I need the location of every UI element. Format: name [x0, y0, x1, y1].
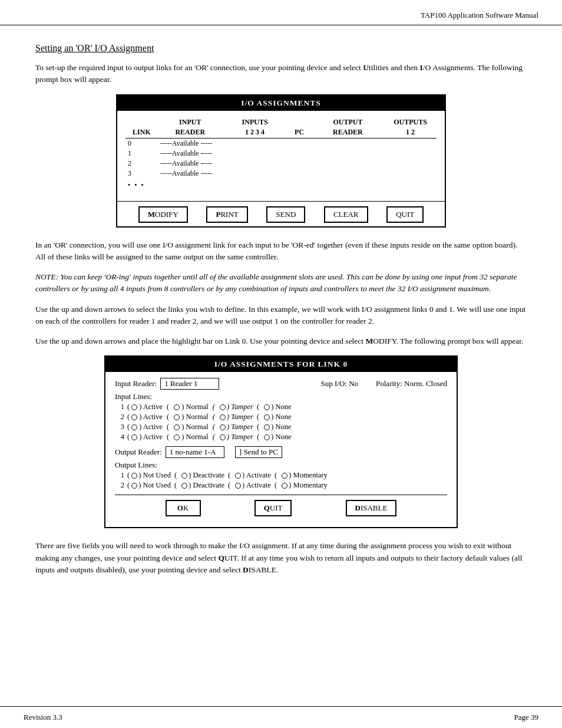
- quit-button[interactable]: QUIT: [386, 206, 424, 223]
- page-container: TAP100 Application Software Manual Setti…: [0, 0, 562, 728]
- radio-4-tamper[interactable]: [220, 434, 226, 440]
- sup-io-label: Sup I/O: No: [320, 379, 358, 388]
- radio-out2-activate[interactable]: [235, 483, 241, 489]
- input-lines-label: Input Lines:: [115, 392, 447, 401]
- input-line-1: 1 ( ) Active ( ) Normal ( ) Tamper ( ) N…: [115, 403, 447, 411]
- dialog2-quit-button[interactable]: QUIT: [254, 500, 292, 516]
- th-link-empty: [125, 117, 158, 127]
- print-button[interactable]: PRINT: [206, 206, 247, 223]
- row1-link: 1: [125, 149, 158, 159]
- radio-3-tamper[interactable]: [220, 424, 226, 430]
- radio-4-normal[interactable]: [174, 434, 180, 440]
- th-inputs: INPUTS: [223, 117, 287, 127]
- section-title: Setting an 'OR' I/O Assignment: [35, 43, 527, 54]
- radio-3-normal[interactable]: [174, 424, 180, 430]
- radio-2-tamper[interactable]: [220, 414, 226, 420]
- row2-available: -----Available -----: [158, 159, 437, 169]
- radio-2-normal[interactable]: [174, 414, 180, 420]
- th-outputs-nums: 1 2: [384, 127, 437, 139]
- page-footer: Revision 3.3 Page 39: [0, 706, 562, 728]
- dialog2-content: Input Reader: 1 Reader 1 Sup I/O: No Pol…: [105, 372, 457, 527]
- radio-1-tamper[interactable]: [220, 404, 226, 410]
- th-input: INPUT: [158, 117, 223, 127]
- dialog2-buttons: OK QUIT DISABLE: [115, 495, 447, 519]
- dialog1-buttons: MODIFY PRINT SEND CLEAR QUIT: [117, 201, 445, 226]
- table-row: 0 -----Available -----: [125, 138, 437, 149]
- table-header-row2: LINK READER 1 2 3 4 PC READER 1 2: [125, 127, 437, 139]
- input-line-4: 4 ( ) Active ( ) Normal ( ) Tamper ( ) N…: [115, 433, 447, 442]
- radio-out1-momentary[interactable]: [282, 473, 287, 479]
- radio-out1-deactivate[interactable]: [181, 473, 187, 479]
- input-lines-section: Input Lines: 1 ( ) Active ( ) Normal ( )…: [115, 392, 447, 442]
- radio-1-active[interactable]: [131, 404, 137, 410]
- footer-page: Page 39: [514, 713, 538, 722]
- radio-2-none[interactable]: [264, 414, 270, 420]
- send-to-pc-value[interactable]: ] Send to PC: [235, 446, 282, 458]
- input-line-3: 3 ( ) Active ( ) Normal ( ) Tamper ( ) N…: [115, 423, 447, 431]
- main-content: Setting an 'OR' I/O Assignment To set-up…: [0, 25, 562, 602]
- radio-4-active[interactable]: [131, 434, 137, 440]
- io-assignments-link0-dialog: I/O ASSIGNMENTS FOR LINK 0 Input Reader:…: [104, 355, 458, 528]
- output-line-2: 2 ( ) Not Used ( ) Deactivate ( ) Activa…: [115, 481, 447, 490]
- th-output: OUTPUT: [312, 117, 385, 127]
- radio-3-none[interactable]: [264, 424, 270, 430]
- table-row: 1 -----Available -----: [125, 149, 437, 159]
- th-link: LINK: [125, 127, 158, 139]
- output-line-1: 1 ( ) Not Used ( ) Deactivate ( ) Activa…: [115, 471, 447, 480]
- instruction1: Use the up and down arrows to select the…: [35, 304, 527, 328]
- input-line-2: 2 ( ) Active ( ) Normal ( ) Tamper ( ) N…: [115, 413, 447, 421]
- row2-link: 2: [125, 159, 158, 169]
- output-lines-label: Output Lines:: [115, 460, 447, 470]
- clear-button[interactable]: CLEAR: [324, 206, 368, 223]
- io-assignments-dialog: I/O ASSIGNMENTS INPUT INPUTS OUTPUT OUTP…: [116, 94, 446, 228]
- polarity-label: Polarity: Norm. Closed: [376, 379, 447, 388]
- dialog1-content: INPUT INPUTS OUTPUT OUTPUTS LINK READER …: [117, 111, 445, 199]
- io-assignments-table: INPUT INPUTS OUTPUT OUTPUTS LINK READER …: [125, 117, 437, 190]
- radio-out2-deactivate[interactable]: [181, 483, 187, 489]
- th-pc: PC: [287, 127, 311, 139]
- dialog2-title: I/O ASSIGNMENTS FOR LINK 0: [105, 357, 457, 372]
- or-description: In an 'OR' connection, you will use one …: [35, 239, 527, 263]
- row3-link: 3: [125, 169, 158, 179]
- radio-1-none[interactable]: [264, 404, 270, 410]
- row0-available: -----Available -----: [158, 138, 437, 149]
- send-button[interactable]: SEND: [266, 206, 305, 223]
- th-reader: READER: [158, 127, 223, 139]
- radio-2-active[interactable]: [131, 414, 137, 420]
- dots: • • •: [125, 179, 437, 190]
- input-reader-value[interactable]: 1 Reader 1: [160, 378, 219, 390]
- row0-link: 0: [125, 138, 158, 149]
- table-row: 3 -----Available -----: [125, 169, 437, 179]
- radio-out1-notused[interactable]: [131, 473, 137, 479]
- header-title: TAP100 Application Software Manual: [421, 11, 538, 20]
- th-pc-empty: [287, 117, 311, 127]
- output-section: Output Reader: 1 no-name 1-A ] Send to P…: [115, 446, 447, 490]
- ok-button[interactable]: OK: [166, 500, 201, 516]
- radio-4-none[interactable]: [264, 434, 270, 440]
- radio-1-normal[interactable]: [174, 404, 180, 410]
- input-reader-label: Input Reader:: [115, 379, 157, 388]
- footer-revision: Revision 3.3: [24, 713, 62, 722]
- closing-text: There are five fields you will need to w…: [35, 540, 527, 576]
- row1-available: -----Available -----: [158, 149, 437, 159]
- output-reader-label: Output Reader:: [115, 447, 162, 457]
- output-reader-value[interactable]: 1 no-name 1-A: [166, 446, 224, 458]
- th-inputs-nums: 1 2 3 4: [223, 127, 287, 139]
- th-outputs: OUTPUTS: [384, 117, 437, 127]
- table-row: 2 -----Available -----: [125, 159, 437, 169]
- radio-out2-momentary[interactable]: [282, 483, 287, 489]
- disable-button[interactable]: DISABLE: [346, 500, 397, 516]
- radio-out1-activate[interactable]: [235, 473, 241, 479]
- input-reader-row: Input Reader: 1 Reader 1 Sup I/O: No Pol…: [115, 378, 447, 390]
- modify-button[interactable]: MODIFY: [138, 206, 188, 223]
- note-paragraph: NOTE: You can keep 'OR-ing' inputs toget…: [35, 271, 527, 295]
- radio-3-active[interactable]: [131, 424, 137, 430]
- dialog1-title: I/O ASSIGNMENTS: [117, 95, 445, 111]
- dots-row: • • •: [125, 179, 437, 190]
- radio-out2-notused[interactable]: [131, 483, 137, 489]
- table-header-row1: INPUT INPUTS OUTPUT OUTPUTS: [125, 117, 437, 127]
- intro-paragraph: To set-up the required input to output l…: [35, 62, 527, 86]
- page-header: TAP100 Application Software Manual: [0, 0, 562, 25]
- output-reader-row: Output Reader: 1 no-name 1-A ] Send to P…: [115, 446, 447, 458]
- th-out-reader: READER: [312, 127, 385, 139]
